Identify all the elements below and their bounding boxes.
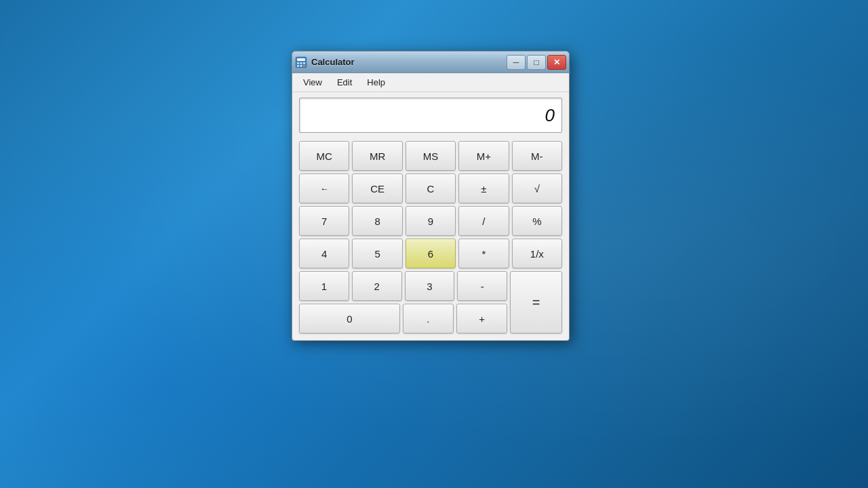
btn-divide[interactable]: /	[458, 206, 509, 236]
btn-add[interactable]: +	[456, 304, 507, 333]
equals-col: =	[510, 271, 562, 333]
btn-mminus[interactable]: M-	[512, 141, 562, 171]
menu-help[interactable]: Help	[360, 75, 392, 89]
display: 0	[299, 98, 562, 133]
btn-sqrt[interactable]: √	[512, 174, 562, 203]
btn-mc[interactable]: MC	[299, 141, 349, 171]
btn-6[interactable]: 6	[406, 239, 456, 268]
svg-rect-6	[300, 65, 302, 67]
btn-7[interactable]: 7	[299, 206, 349, 236]
last-rows: 1 2 3 - 0 . + =	[299, 271, 562, 333]
btn-0[interactable]: 0	[299, 304, 400, 333]
btn-ms[interactable]: MS	[406, 141, 456, 171]
row-123: 1 2 3 -	[299, 271, 507, 301]
btn-equals[interactable]: =	[510, 271, 562, 333]
minimize-button[interactable]: ─	[507, 55, 526, 70]
svg-rect-5	[297, 65, 299, 67]
btn-5[interactable]: 5	[352, 239, 402, 268]
window-title: Calculator	[311, 57, 507, 67]
calculator-window: Calculator ─ □ ✕ View Edit Help 0 MC MR …	[292, 51, 570, 341]
display-value: 0	[545, 105, 555, 126]
btn-c[interactable]: C	[406, 174, 456, 203]
last-two-col: 1 2 3 - 0 . +	[299, 271, 507, 333]
memory-row: MC MR MS M+ M-	[299, 141, 562, 171]
btn-reciprocal[interactable]: 1/x	[512, 239, 562, 268]
svg-rect-7	[303, 65, 305, 67]
menu-view[interactable]: View	[296, 75, 329, 89]
btn-decimal[interactable]: .	[403, 304, 454, 333]
btn-mr[interactable]: MR	[352, 141, 402, 171]
maximize-button[interactable]: □	[527, 55, 546, 70]
svg-rect-2	[297, 62, 299, 64]
btn-multiply[interactable]: *	[458, 239, 509, 268]
buttons-area: MC MR MS M+ M- ← CE C ± √ 7 8 9 / % 4 5 …	[292, 138, 569, 340]
btn-9[interactable]: 9	[406, 206, 456, 236]
window-controls: ─ □ ✕	[507, 55, 566, 70]
row-0dot: 0 . +	[299, 304, 507, 333]
menu-edit[interactable]: Edit	[330, 75, 359, 89]
row-456: 4 5 6 * 1/x	[299, 239, 562, 268]
row-789: 7 8 9 / %	[299, 206, 562, 236]
btn-percent[interactable]: %	[512, 206, 562, 236]
svg-rect-3	[300, 62, 302, 64]
svg-rect-4	[303, 62, 305, 64]
btn-ce[interactable]: CE	[352, 174, 402, 203]
btn-subtract[interactable]: -	[457, 271, 507, 301]
btn-plusminus[interactable]: ±	[458, 174, 509, 203]
clear-row: ← CE C ± √	[299, 174, 562, 203]
btn-mplus[interactable]: M+	[458, 141, 509, 171]
btn-8[interactable]: 8	[352, 206, 402, 236]
close-button[interactable]: ✕	[547, 55, 566, 70]
title-bar: Calculator ─ □ ✕	[292, 52, 569, 73]
svg-rect-1	[297, 58, 305, 61]
menu-bar: View Edit Help	[292, 73, 569, 92]
btn-2[interactable]: 2	[352, 271, 402, 301]
btn-backspace[interactable]: ←	[299, 174, 349, 203]
btn-1[interactable]: 1	[299, 271, 349, 301]
btn-4[interactable]: 4	[299, 239, 349, 268]
btn-3[interactable]: 3	[405, 271, 455, 301]
app-icon	[295, 56, 307, 68]
